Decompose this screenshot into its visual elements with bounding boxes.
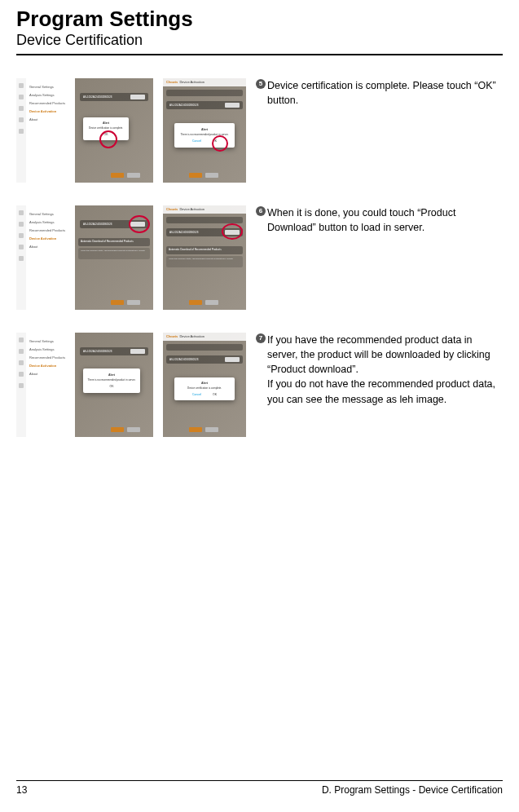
app-header: Chowis Device Activation <box>163 205 246 214</box>
action-button <box>111 427 124 432</box>
brand-label: Chowis <box>166 334 178 338</box>
screenshot-content: AS-1012A1240102060123 Alert There is no … <box>75 333 153 437</box>
highlight-circle <box>212 135 228 152</box>
alert-title: Alert <box>201 382 208 385</box>
auto-download-header: Automatic Download of Recommended Produc… <box>78 238 150 246</box>
cancel-button: Cancel <box>189 392 205 397</box>
menu-item: General Settings <box>29 339 72 343</box>
step-description: When it is done, you could touch “Produc… <box>267 207 455 233</box>
auto-download-header: Automatic Download of Recommended Produc… <box>166 246 243 254</box>
step-row-6: General Settings Analysis Settings Recom… <box>16 205 503 310</box>
screenshot-5a: General Settings Analysis Settings Recom… <box>16 78 153 183</box>
app-sidebar <box>16 205 26 310</box>
step-6-text: 6 When it is done, you could touch “Prod… <box>256 205 503 235</box>
ok-button: OK <box>209 392 220 397</box>
alert-title: Alert <box>108 373 115 377</box>
app-header: Chowis Device Activation <box>163 78 246 86</box>
device-id: AS-1012A1240102060123 <box>169 358 198 361</box>
step-number-badge: 7 <box>256 333 266 343</box>
menu-item-active: Device Activation <box>29 236 72 241</box>
screenshot-6b: Chowis Device Activation AS-1012A1240102… <box>163 205 246 310</box>
screenshot-7a: General Settings Analysis Settings Recom… <box>16 333 153 437</box>
page-footer: 13 D. Program Settings - Device Certific… <box>16 780 503 796</box>
screenshot-7b: Chowis Device Activation AS-1012A1240102… <box>163 333 246 437</box>
action-button <box>189 427 202 432</box>
menu-item-active: Device Activation <box>29 364 72 368</box>
alert-message: Device certification is complete. <box>187 386 222 390</box>
step-description: If you have the recommended product data… <box>267 334 495 405</box>
highlight-circle <box>99 130 117 148</box>
brand-label: Chowis <box>166 207 178 211</box>
section-label: Device Activation <box>179 207 204 211</box>
app-sidebar <box>16 78 26 183</box>
menu-item: About <box>29 117 72 121</box>
screenshot-content: AS-1012A1240102060123 Alert Device certi… <box>75 78 153 183</box>
menu-item: General Settings <box>29 212 72 216</box>
alert-dialog: Alert There is no recommended product in… <box>83 368 140 393</box>
highlight-circle <box>129 215 150 233</box>
info-block <box>166 90 243 96</box>
screenshot-content: Chowis Device Activation AS-1012A1240102… <box>163 205 246 310</box>
alert-message: Device certification is complete. <box>89 126 123 130</box>
device-id: AS-1012A1240102060123 <box>83 95 112 99</box>
info-block <box>166 344 243 351</box>
menu-item: Analysis Settings <box>29 220 72 224</box>
device-id: AS-1012A1240102060123 <box>83 223 112 226</box>
step-number-badge: 5 <box>256 79 266 89</box>
screenshot-content: Chowis Device Activation AS-1012A1240102… <box>163 78 246 183</box>
device-id: AS-1012A1240102060123 <box>169 104 198 107</box>
alert-title: Alert <box>201 128 208 131</box>
menu-item: About <box>29 245 72 249</box>
menu-item: About <box>29 372 72 376</box>
step-row-5: General Settings Analysis Settings Recom… <box>16 78 503 183</box>
action-button <box>111 300 124 305</box>
secondary-button <box>127 427 140 432</box>
menu-item: General Settings <box>29 85 72 89</box>
settings-menu: General Settings Analysis Settings Recom… <box>26 78 75 183</box>
brand-label: Chowis <box>166 80 178 84</box>
step-description: Device certification is complete. Please… <box>267 80 496 106</box>
app-header: Chowis Device Activation <box>163 333 246 341</box>
device-id: AS-1012A1240102060123 <box>169 231 198 234</box>
secondary-button <box>205 300 218 305</box>
step-number-badge: 6 <box>256 206 266 216</box>
header-rule <box>16 54 503 55</box>
screenshot-content: Chowis Device Activation AS-1012A1240102… <box>163 333 246 437</box>
step-5-text: 5 Device certification is complete. Plea… <box>256 78 503 108</box>
settings-menu: General Settings Analysis Settings Recom… <box>26 333 75 437</box>
highlight-circle <box>222 223 243 240</box>
auto-download-note: When the program starts, recommended pro… <box>78 248 150 259</box>
info-block <box>166 217 243 223</box>
settings-menu: General Settings Analysis Settings Recom… <box>26 205 75 310</box>
cancel-button: Cancel <box>189 139 205 143</box>
ok-button: OK <box>106 384 117 389</box>
device-id: AS-1012A1240102060123 <box>83 350 112 353</box>
product-download-button <box>225 357 240 362</box>
menu-item-active: Device Activation <box>29 109 72 113</box>
secondary-button <box>127 300 140 305</box>
screenshot-6a: General Settings Analysis Settings Recom… <box>16 205 153 310</box>
secondary-button <box>205 427 218 432</box>
menu-item: Recommended Products <box>29 355 72 360</box>
footer-section: D. Program Settings - Device Certificati… <box>322 784 503 796</box>
secondary-button <box>205 173 218 178</box>
page-subtitle: Device Certification <box>16 32 503 49</box>
alert-dialog: Alert Device certification is complete. … <box>174 377 235 400</box>
product-download-button <box>130 349 145 354</box>
product-download-button <box>225 103 240 108</box>
secondary-button <box>127 173 140 178</box>
action-button <box>189 300 202 305</box>
app-sidebar <box>16 333 26 437</box>
menu-item: Analysis Settings <box>29 93 72 97</box>
alert-title: Alert <box>103 121 109 125</box>
page-number: 13 <box>16 784 27 796</box>
screenshot-content: AS-1012A1240102060123 Automatic Download… <box>75 205 153 310</box>
step-row-7: General Settings Analysis Settings Recom… <box>16 333 503 437</box>
auto-download-note: When the program starts, recommended pro… <box>166 256 243 267</box>
screenshot-5b: Chowis Device Activation AS-1012A1240102… <box>163 78 246 183</box>
action-button <box>111 173 124 178</box>
section-label: Device Activation <box>179 80 204 84</box>
page-title: Program Settings <box>16 7 503 32</box>
menu-item: Recommended Products <box>29 228 72 232</box>
alert-message: There is no recommended product in serve… <box>88 378 136 382</box>
